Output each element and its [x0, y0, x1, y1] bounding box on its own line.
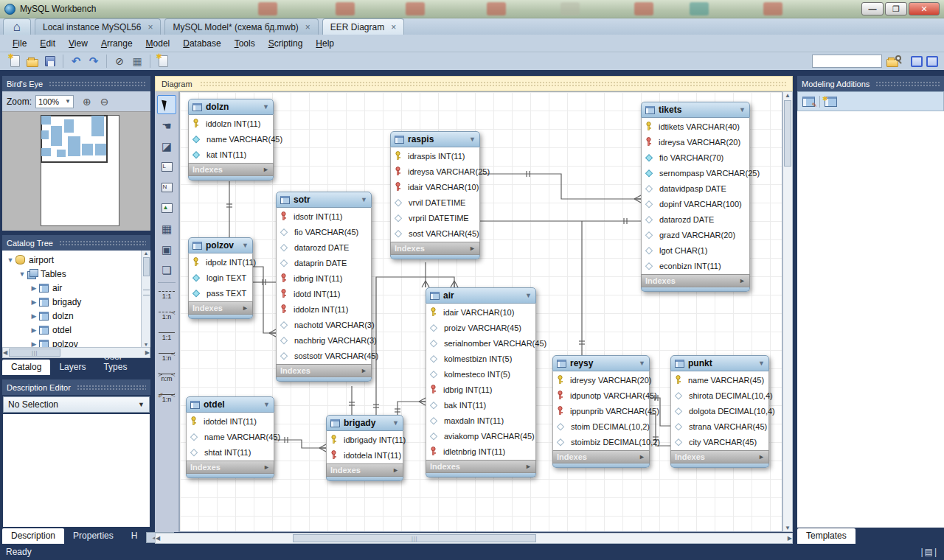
rel-1-n-identifying[interactable]: ≺1:n — [157, 348, 176, 367]
diagram-table-polzov[interactable]: polzov▼idpolz INT(11)login TEXTpass TEXT… — [188, 237, 253, 319]
table-tool[interactable]: ▦ — [157, 219, 176, 238]
table-header[interactable]: tikets▼ — [641, 102, 750, 118]
diagram-table-air[interactable]: air▼idair VARCHAR(10)proizv VARCHAR(45)s… — [426, 287, 536, 477]
diagram-table-dolzn[interactable]: dolzn▼iddolzn INT(11)name VARCHAR(45)kat… — [188, 99, 274, 181]
scrollbar-thumb[interactable]: ||| — [9, 349, 60, 357]
column-idotdel[interactable]: idotdel INT(11) — [187, 413, 274, 429]
zoom-select[interactable]: 100% ▼ — [35, 95, 74, 108]
column-idreysa[interactable]: idreysa VARCHAR(20) — [642, 134, 749, 150]
tree-collapsed-icon[interactable]: ▶ — [30, 326, 38, 334]
table-header[interactable]: brigady▼ — [326, 415, 403, 431]
tree-collapsed-icon[interactable]: ▶ — [30, 340, 38, 348]
table-indexes-footer[interactable]: Indexes► — [188, 301, 253, 315]
tree-item-tables[interactable]: ▼Tables — [2, 267, 150, 281]
menu-scripting[interactable]: Scripting — [262, 36, 310, 51]
column-datavidpasp[interactable]: datavidpasp DATE — [642, 181, 749, 196]
column-idotd[interactable]: idotd INT(11) — [277, 286, 371, 301]
rel-n-m-identifying[interactable]: ≺≺n:m — [157, 368, 176, 388]
column-idsotr[interactable]: idsotr INT(11) — [277, 209, 371, 224]
tab-description[interactable]: Description — [2, 528, 64, 544]
column-dataprin[interactable]: dataprin DATE — [277, 255, 371, 270]
new-template-icon[interactable]: ✱ — [825, 97, 837, 107]
diagram-table-otdel[interactable]: otdel▼idotdel INT(11)name VARCHAR(45)sht… — [186, 396, 274, 478]
column-ippunprib[interactable]: ippunprib VARCHAR(45) — [553, 403, 649, 419]
output-log-icon[interactable]: ▤ — [925, 547, 934, 557]
scroll-right-icon[interactable]: ▶ — [788, 535, 792, 542]
rel-1-1-non-identifying[interactable]: 1:1 — [157, 286, 176, 305]
column-grazd[interactable]: grazd VARCHAR(20) — [642, 227, 749, 242]
tab-user-types[interactable]: User Types — [94, 349, 150, 375]
column-kolmestbizn[interactable]: kolmestbizn INT(5) — [426, 351, 535, 366]
table-collapse-icon[interactable]: ▼ — [242, 242, 249, 249]
column-strana[interactable]: strana VARCHAR(45) — [671, 419, 768, 434]
table-indexes-footer[interactable]: Indexes► — [326, 463, 403, 477]
column-name[interactable]: name VARCHAR(45) — [187, 429, 274, 444]
column-idtikets[interactable]: idtikets VARCHAR(40) — [642, 119, 749, 134]
column-dolgota[interactable]: dolgota DECIMAL(10,4) — [671, 403, 768, 419]
scroll-up-icon[interactable]: ▲ — [144, 251, 149, 256]
edit-template-icon[interactable]: ✎ — [802, 97, 815, 107]
column-shirota[interactable]: shirota DECIMAL(10,4) — [671, 388, 768, 403]
description-editor-body[interactable] — [3, 414, 150, 527]
table-indexes-footer[interactable]: Indexes► — [276, 364, 372, 377]
tree-item-brigady[interactable]: ▶brigady — [2, 295, 150, 309]
restore-button[interactable]: ❐ — [885, 2, 907, 15]
scrollbar-thumb[interactable] — [143, 257, 150, 276]
column-shtat[interactable]: shtat INT(11) — [187, 444, 274, 460]
table-collapse-icon[interactable]: ▼ — [525, 292, 532, 299]
zoom-out-icon[interactable]: ⊖ — [100, 96, 109, 108]
column-dopinf[interactable]: dopinf VARCHAR(100) — [642, 196, 749, 211]
table-collapse-icon[interactable]: ▼ — [758, 360, 765, 367]
table-indexes-footer[interactable]: Indexes► — [426, 460, 536, 473]
toggle-sidebar-right-icon[interactable] — [926, 56, 938, 67]
table-indexes-footer[interactable]: Indexes► — [390, 242, 480, 255]
table-indexes-footer[interactable]: Indexes► — [670, 450, 769, 463]
table-header[interactable]: otdel▼ — [186, 396, 274, 413]
column-idbrigady[interactable]: idbrigady INT(11) — [327, 432, 403, 447]
menu-model[interactable]: Model — [139, 36, 177, 51]
select-tool[interactable] — [157, 95, 176, 114]
home-tab[interactable]: ⌂ — [3, 18, 31, 35]
grid-toggle-button[interactable]: ▦ — [130, 55, 145, 68]
undo-button[interactable]: ↶ — [69, 55, 83, 68]
redo-button[interactable]: ↷ — [86, 55, 101, 68]
close-button[interactable]: ✕ — [909, 2, 940, 15]
table-collapse-icon[interactable]: ▼ — [639, 360, 645, 367]
scroll-left-icon[interactable]: ◀ — [3, 349, 7, 356]
column-iddolzn[interactable]: iddolzn INT(11) — [189, 116, 273, 131]
image-tool[interactable]: ▲ — [157, 198, 176, 217]
tab-mysql-model-mwb-[interactable]: MySQL Model* (схема бд.mwb)× — [164, 18, 318, 35]
relationship-connector[interactable] — [398, 402, 426, 415]
column-nachotd[interactable]: nachotd VARCHAR(3) — [277, 317, 371, 332]
column-nachbrig[interactable]: nachbrig VARCHAR(3) — [277, 332, 371, 348]
diagram-table-raspis[interactable]: raspis▼idraspis INT(11)idreysa VARCHAR(2… — [390, 131, 480, 259]
table-header[interactable]: polzov▼ — [188, 237, 253, 253]
scroll-up-icon[interactable]: ▲ — [785, 92, 791, 99]
note-tool[interactable]: N — [157, 178, 176, 197]
tree-collapsed-icon[interactable]: ▶ — [30, 284, 38, 292]
column-stoimbiz[interactable]: stoimbiz DECIMAL(10,2) — [553, 434, 649, 449]
new-document-button[interactable]: ✱ — [7, 55, 22, 68]
column-idpunotp[interactable]: idpunotp VARCHAR(45) — [553, 388, 649, 403]
rel-1-1-identifying[interactable]: 1:1 — [157, 327, 176, 346]
table-header[interactable]: punkt▼ — [670, 355, 769, 371]
tab-catalog[interactable]: Catalog — [2, 360, 50, 375]
diagram-table-sotr[interactable]: sotr▼idsotr INT(11)fio VARCHAR(45)dataro… — [276, 192, 372, 382]
open-model-button[interactable] — [25, 55, 40, 68]
menu-database[interactable]: Database — [176, 36, 227, 51]
minimize-button[interactable]: — — [861, 2, 884, 15]
pan-tool[interactable]: ☚ — [157, 116, 176, 135]
column-fio[interactable]: fio VARCHAR(70) — [642, 150, 749, 165]
column-fio[interactable]: fio VARCHAR(45) — [277, 224, 371, 239]
save-model-button[interactable] — [43, 55, 58, 68]
table-indexes-footer[interactable]: Indexes► — [552, 450, 650, 463]
table-header[interactable]: dolzn▼ — [188, 99, 274, 115]
table-collapse-icon[interactable]: ▼ — [739, 106, 746, 113]
tree-expanded-icon[interactable]: ▼ — [18, 270, 26, 278]
column-stoim[interactable]: stoim DECIMAL(10,2) — [553, 419, 649, 434]
menu-view[interactable]: View — [62, 36, 94, 51]
table-collapse-icon[interactable]: ▼ — [392, 419, 399, 427]
eraser-tool[interactable]: ◪ — [157, 136, 176, 155]
column-idair[interactable]: idair VARCHAR(10) — [391, 179, 479, 195]
tree-collapsed-icon[interactable]: ▶ — [30, 312, 38, 320]
